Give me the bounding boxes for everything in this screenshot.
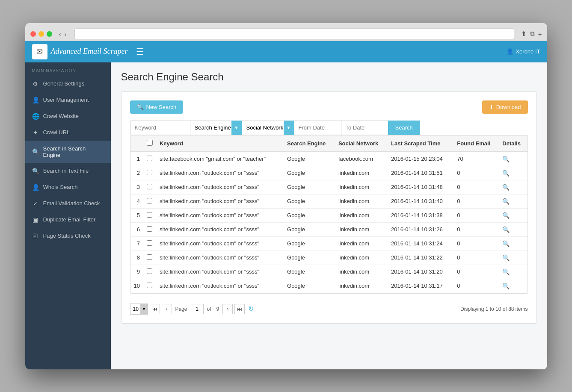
sidebar-item-crawl-url[interactable]: ✦ Crawl URL [25, 124, 111, 141]
row-scraped: 2016-01-14 10:31:48 [388, 180, 453, 194]
row-engine: Google [284, 236, 335, 251]
row-scraped: 2016-01-14 10:31:38 [388, 208, 453, 222]
row-found: 70 [453, 152, 499, 166]
settings-icon: ⚙ [32, 80, 39, 87]
row-checkbox[interactable] [147, 212, 152, 218]
row-checkbox[interactable] [147, 283, 152, 288]
back-button[interactable]: ‹ [58, 30, 62, 38]
close-button[interactable] [30, 31, 36, 37]
keyword-input[interactable] [130, 121, 190, 135]
page-content: Search Engine Search 🔍 New Search ⬇ Down… [111, 62, 547, 369]
row-keyword: site:linkedin.com "outlook.com" or "ssss… [156, 265, 284, 279]
new-search-button[interactable]: 🔍 New Search [130, 100, 184, 114]
sidebar-item-whois[interactable]: 👤 Whois Search [25, 179, 111, 195]
row-scraped: 2016-01-14 10:31:22 [388, 251, 453, 265]
row-checkbox[interactable] [147, 170, 152, 175]
row-found: 0 [453, 180, 499, 194]
browser-actions: ⬆ ⧉ + [521, 30, 542, 38]
row-checkbox[interactable] [147, 198, 152, 203]
details-icon[interactable]: 🔍 [502, 170, 510, 177]
details-icon[interactable]: 🔍 [502, 283, 510, 289]
row-network: linkedin.com [335, 194, 388, 208]
row-number: 1 [130, 152, 143, 166]
details-icon[interactable]: 🔍 [502, 156, 510, 162]
table-row: 4 site:linkedin.com "outlook.com" or "ss… [130, 194, 528, 208]
details-icon[interactable]: 🔍 [502, 184, 510, 191]
download-button[interactable]: ⬇ Download [482, 100, 528, 114]
details-icon[interactable]: 🔍 [502, 212, 510, 219]
user-icon: 👤 [32, 97, 39, 103]
sidebar-item-crawl-website[interactable]: 🌐 Crawl Website [25, 108, 111, 124]
sidebar-item-search-engine[interactable]: 🔍 Search in Search Engine [25, 141, 111, 163]
row-number: 6 [130, 222, 143, 236]
row-network: linkedin.com [335, 236, 388, 251]
details-icon[interactable]: 🔍 [502, 198, 510, 205]
row-details: 🔍 [499, 279, 527, 293]
row-checkbox[interactable] [147, 240, 152, 246]
sidebar-item-general-settings[interactable]: ⚙ General Settings [25, 76, 111, 92]
row-checkbox-cell [143, 208, 156, 222]
details-icon[interactable]: 🔍 [502, 226, 510, 233]
table-row: 6 site:linkedin.com "outlook.com" or "ss… [130, 222, 528, 236]
row-checkbox[interactable] [147, 226, 152, 232]
row-details: 🔍 [499, 265, 527, 279]
search-engine-select[interactable]: Search Engine Google Bing [190, 121, 242, 135]
row-network: linkedin.com [335, 265, 388, 279]
sidebar-item-user-management[interactable]: 👤 User Management [25, 92, 111, 108]
nav-label: MAIN NAVIGATION [25, 62, 111, 76]
brand: ✉ Advanced Email Scraper [32, 44, 128, 59]
search-button[interactable]: Search [388, 121, 420, 135]
from-date-input[interactable] [294, 121, 341, 135]
sidebar-item-search-text[interactable]: 🔍 Search in Text File [25, 163, 111, 179]
col-engine: Searcn Engine [284, 136, 335, 152]
sidebar-label: Crawl URL [43, 129, 70, 136]
table-row: 2 site:linkedin.com "outlook.com" or "ss… [130, 166, 528, 180]
sidebar-item-email-validation[interactable]: ✓ Email Validation Check [25, 195, 111, 212]
row-number: 9 [130, 265, 143, 279]
sidebar-item-page-status[interactable]: ☑ Page Status Check [25, 228, 111, 244]
page-number-input[interactable] [191, 304, 204, 314]
details-icon[interactable]: 🔍 [502, 240, 510, 247]
row-checkbox[interactable] [147, 184, 152, 189]
top-navbar: ✉ Advanced Email Scraper ☰ 👤 Xerone IT [25, 41, 547, 62]
next-page-button[interactable]: › [222, 304, 233, 314]
brand-name: Advanced Email Scraper [51, 47, 128, 56]
sidebar-item-duplicate-filter[interactable]: ▣ Duplicate Email Filter [25, 212, 111, 228]
link-icon: ✦ [32, 129, 39, 136]
sidebar-label: General Settings [43, 80, 85, 87]
refresh-button[interactable]: ↻ [248, 305, 254, 313]
last-page-button[interactable]: ⏭ [234, 304, 245, 314]
to-date-input[interactable] [341, 121, 388, 135]
select-all-checkbox[interactable] [147, 140, 153, 146]
forward-button[interactable]: › [64, 30, 68, 38]
row-found: 0 [453, 279, 499, 293]
row-checkbox[interactable] [147, 268, 152, 274]
social-network-wrapper: Social Network facebook.com linkedin.com… [242, 121, 294, 135]
maximize-button[interactable] [47, 31, 52, 37]
whois-icon: 👤 [32, 184, 39, 191]
download-icon: ⬇ [489, 104, 494, 110]
details-icon[interactable]: 🔍 [502, 254, 510, 261]
share-button[interactable]: ⬆ [521, 30, 527, 38]
page-size-select[interactable]: 10 25 50 [130, 304, 148, 315]
table-row: 1 site:facebook.com "gmail.com" or "teac… [130, 152, 528, 166]
total-pages: 9 [216, 306, 219, 312]
sidebar-label: Whois Search [43, 184, 78, 190]
row-checkbox[interactable] [147, 254, 152, 260]
table-row: 5 site:linkedin.com "outlook.com" or "ss… [130, 208, 528, 222]
row-checkbox[interactable] [147, 156, 152, 161]
col-details: Details [499, 136, 527, 152]
browser-chrome: ‹ › ⬆ ⧉ + [25, 23, 547, 41]
minimize-button[interactable] [39, 31, 44, 37]
prev-page-button[interactable]: ‹ [162, 304, 172, 314]
table-row: 10 site:linkedin.com "outlook.com" or "s… [130, 279, 528, 293]
tabs-button[interactable]: ⧉ [530, 30, 535, 38]
sidebar-label: Search in Search Engine [43, 145, 104, 158]
col-num [130, 136, 143, 152]
first-page-button[interactable]: ⏮ [150, 304, 160, 314]
social-network-select[interactable]: Social Network facebook.com linkedin.com [242, 121, 294, 135]
sidebar-toggle[interactable]: ☰ [136, 47, 144, 57]
address-bar[interactable] [74, 28, 514, 39]
details-icon[interactable]: 🔍 [502, 268, 510, 275]
add-tab-button[interactable]: + [538, 30, 542, 38]
